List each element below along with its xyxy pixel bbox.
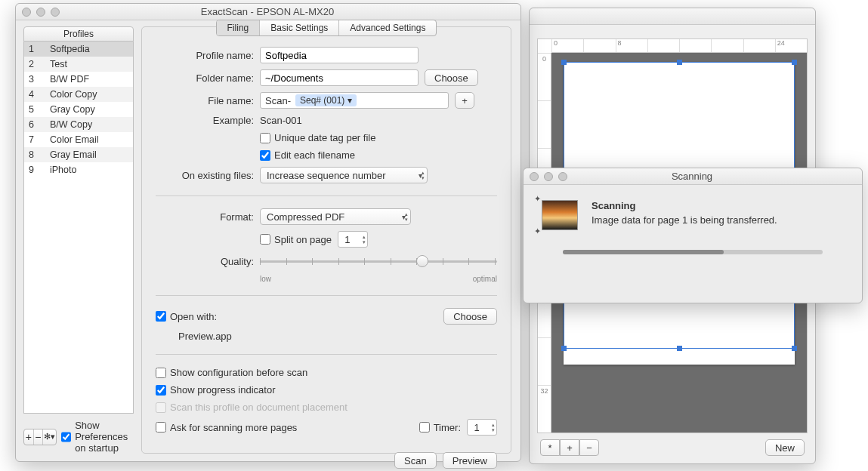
file-name-label: File name: [156, 95, 254, 106]
handle-s[interactable] [677, 346, 682, 351]
profile-index: 3 [29, 74, 50, 85]
profile-name: Color Copy [50, 89, 97, 100]
scan-on-placement-checkbox: Scan this profile on document placement [156, 402, 348, 413]
format-label: Format: [156, 211, 254, 223]
edit-each-checkbox[interactable]: Edit each filename [260, 149, 355, 161]
profile-index: 4 [29, 89, 50, 100]
profile-row[interactable]: 7Color Email [24, 132, 133, 147]
remove-profile-button[interactable]: − [34, 429, 44, 445]
preview-titlebar [530, 8, 815, 25]
main-window: ExactScan - EPSON AL-MX20 Profiles 1Soft… [15, 3, 521, 462]
slider-thumb[interactable] [416, 255, 428, 267]
zoom-out-button[interactable]: − [579, 439, 599, 456]
profiles-header: Profiles [23, 26, 134, 42]
tab-advanced-settings[interactable]: Advanced Settings [339, 20, 436, 35]
timer-stepper[interactable]: 1▴▾ [467, 419, 497, 436]
profile-name-input[interactable] [260, 47, 419, 63]
handle-sw[interactable] [561, 346, 567, 351]
sparkle-icon: ✦ [534, 194, 541, 204]
timer-checkbox[interactable]: Timer: [419, 422, 461, 433]
choose-app-button[interactable]: Choose [443, 308, 497, 325]
profile-index: 7 [29, 134, 50, 145]
on-existing-label: On existing files: [156, 170, 254, 181]
scan-button[interactable]: Scan [394, 452, 437, 469]
format-select[interactable]: Compressed PDF ▴▾ [260, 208, 411, 225]
profiles-list[interactable]: 1Softpedia2Test3B/W PDF4Color Copy5Gray … [23, 42, 134, 414]
profile-index: 5 [29, 104, 50, 115]
scanning-title: Scanning [567, 171, 817, 182]
zoom-in-button[interactable]: + [560, 439, 579, 456]
profile-name-label: Profile name: [156, 50, 254, 61]
zoom-icon[interactable] [558, 172, 567, 181]
profile-index: 6 [29, 119, 50, 130]
open-with-checkbox[interactable]: Open with: [156, 311, 217, 322]
add-token-button[interactable]: + [455, 92, 474, 109]
open-with-app: Preview.app [178, 331, 232, 342]
profile-actions-button[interactable]: ✻▾ [43, 429, 56, 445]
new-button[interactable]: New [765, 439, 805, 456]
profile-row[interactable]: 5Gray Copy [24, 102, 133, 117]
profile-name: B/W PDF [50, 74, 89, 85]
split-on-page-checkbox[interactable]: Split on page [260, 234, 332, 245]
profile-row[interactable]: 6B/W Copy [24, 117, 133, 132]
profile-name: Test [50, 59, 67, 69]
profile-row[interactable]: 4Color Copy [24, 87, 133, 102]
progress-bar [563, 250, 823, 254]
tab-basic-settings[interactable]: Basic Settings [260, 20, 339, 35]
profile-index: 8 [29, 149, 50, 160]
show-config-checkbox[interactable]: Show configuration before scan [156, 367, 307, 378]
preview-button[interactable]: Preview [443, 452, 497, 469]
profile-name: iPhoto [50, 165, 76, 175]
minimize-icon[interactable] [36, 8, 45, 17]
file-name-input[interactable]: Scan- Seq# (001) ▾ [260, 92, 449, 109]
handle-n[interactable] [677, 60, 682, 65]
scanning-message: Image data for page 1 is being transferr… [592, 214, 777, 226]
handle-se[interactable] [792, 346, 797, 351]
main-titlebar[interactable]: ExactScan - EPSON AL-MX20 [16, 4, 520, 20]
profile-row[interactable]: 3B/W PDF [24, 72, 133, 87]
unique-date-checkbox[interactable]: Unique date tag per file [260, 132, 375, 143]
ask-more-checkbox[interactable]: Ask for scanning more pages [156, 422, 297, 433]
profile-name: Color Email [50, 134, 99, 145]
split-page-stepper[interactable]: 1▴▾ [338, 231, 368, 248]
close-icon[interactable] [530, 172, 539, 181]
show-prefs-checkbox[interactable]: Show Preferences on startup [61, 420, 134, 454]
profile-name: Gray Email [50, 149, 97, 160]
scanning-dialog: Scanning ✦ ✦ Scanning Image data for pag… [523, 168, 863, 303]
sequence-token[interactable]: Seq# (001) ▾ [295, 94, 357, 106]
folder-name-label: Folder name: [156, 72, 254, 84]
show-prefs-input[interactable] [61, 432, 71, 442]
add-profile-button[interactable]: + [24, 429, 34, 445]
slider-optimal-label: optimal [473, 275, 497, 283]
example-value: Scan-001 [260, 115, 302, 126]
sparkle-icon: ✦ [534, 226, 541, 236]
profile-index: 9 [29, 165, 50, 175]
quality-slider[interactable] [260, 254, 497, 269]
handle-ne[interactable] [792, 60, 797, 65]
profile-row[interactable]: 1Softpedia [24, 42, 133, 57]
profile-row[interactable]: 9iPhoto [24, 162, 133, 177]
show-progress-checkbox[interactable]: Show progress indicator [156, 384, 275, 396]
scan-thumbnail [542, 200, 578, 230]
profile-row[interactable]: 8Gray Email [24, 147, 133, 162]
zoom-fit-button[interactable]: * [540, 439, 560, 456]
show-prefs-label: Show Preferences on startup [75, 420, 134, 454]
profile-index: 2 [29, 59, 50, 69]
file-prefix: Scan- [265, 95, 291, 106]
profile-row[interactable]: 2Test [24, 57, 133, 72]
window-title: ExactScan - EPSON AL-MX20 [60, 6, 475, 17]
close-icon[interactable] [22, 8, 31, 17]
tab-filing[interactable]: Filing [217, 20, 261, 35]
folder-name-input[interactable] [260, 69, 419, 86]
handle-nw[interactable] [561, 60, 567, 65]
choose-folder-button[interactable]: Choose [425, 69, 478, 86]
scanning-heading: Scanning [592, 200, 777, 211]
example-label: Example: [156, 115, 254, 126]
on-existing-select[interactable]: Increase sequence number ▴▾ [260, 167, 428, 183]
minimize-icon[interactable] [544, 172, 553, 181]
profile-index: 1 [29, 44, 50, 54]
zoom-icon[interactable] [51, 8, 60, 17]
ruler-horizontal: 0824 [551, 39, 807, 53]
quality-label: Quality: [156, 256, 254, 267]
scanning-titlebar[interactable]: Scanning [524, 168, 862, 185]
